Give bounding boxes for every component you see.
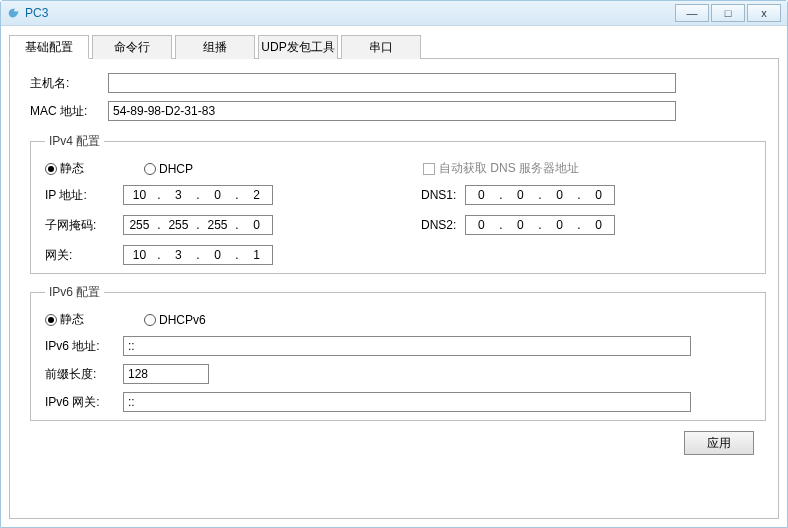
tab-basic-config[interactable]: 基础配置: [9, 35, 89, 59]
window-controls: — □ x: [673, 4, 781, 22]
hostname-label: 主机名:: [30, 75, 108, 92]
ipv6-static-radio[interactable]: 静态: [45, 311, 84, 328]
title-bar: PC3 — □ x: [1, 1, 787, 26]
ipv4-static-label: 静态: [60, 160, 84, 177]
ipv6-dhcp-radio[interactable]: DHCPv6: [144, 313, 206, 327]
window-title: PC3: [25, 6, 48, 20]
radio-icon: [144, 163, 156, 175]
tab-cli[interactable]: 命令行: [92, 35, 172, 59]
ipv6-address-input[interactable]: [123, 336, 691, 356]
ipv4-legend: IPv4 配置: [45, 133, 104, 150]
ipv6-gateway-input[interactable]: [123, 392, 691, 412]
tab-multicast[interactable]: 组播: [175, 35, 255, 59]
hostname-input[interactable]: [108, 73, 676, 93]
ipv6-static-label: 静态: [60, 311, 84, 328]
prefix-length-label: 前缀长度:: [45, 366, 123, 383]
dns1-label: DNS1:: [421, 188, 465, 202]
ip-address-input[interactable]: 10. 3. 0. 2: [123, 185, 273, 205]
client-area: 基础配置 命令行 组播 UDP发包工具 串口 主机名: MAC 地址: IPv4…: [1, 26, 787, 527]
close-button[interactable]: x: [747, 4, 781, 22]
tab-udp-tool[interactable]: UDP发包工具: [258, 35, 338, 59]
tab-content: 主机名: MAC 地址: IPv4 配置 静态 DHCP: [9, 59, 779, 519]
dns2-label: DNS2:: [421, 218, 465, 232]
auto-dns-label: 自动获取 DNS 服务器地址: [439, 160, 579, 177]
dns1-input[interactable]: 0. 0. 0. 0: [465, 185, 615, 205]
ipv4-dhcp-radio[interactable]: DHCP: [144, 162, 193, 176]
ipv6-address-label: IPv6 地址:: [45, 338, 123, 355]
gateway-label: 网关:: [45, 247, 123, 264]
tab-serial[interactable]: 串口: [341, 35, 421, 59]
mac-label: MAC 地址:: [30, 103, 108, 120]
subnet-mask-input[interactable]: 255. 255. 255. 0: [123, 215, 273, 235]
ipv4-static-radio[interactable]: 静态: [45, 160, 84, 177]
ipv6-fieldset: IPv6 配置 静态 DHCPv6 IPv6 地址: 前缀长: [30, 284, 766, 421]
minimize-button[interactable]: —: [675, 4, 709, 22]
tab-strip: 基础配置 命令行 组播 UDP发包工具 串口: [9, 34, 779, 59]
radio-icon: [144, 314, 156, 326]
ip-address-label: IP 地址:: [45, 187, 123, 204]
ipv6-legend: IPv6 配置: [45, 284, 104, 301]
radio-icon: [45, 314, 57, 326]
mac-input[interactable]: [108, 101, 676, 121]
app-icon: [7, 6, 21, 20]
ipv6-dhcp-label: DHCPv6: [159, 313, 206, 327]
dns2-input[interactable]: 0. 0. 0. 0: [465, 215, 615, 235]
subnet-mask-label: 子网掩码:: [45, 217, 123, 234]
apply-button[interactable]: 应用: [684, 431, 754, 455]
maximize-button[interactable]: □: [711, 4, 745, 22]
prefix-length-input[interactable]: [123, 364, 209, 384]
gateway-input[interactable]: 10. 3. 0. 1: [123, 245, 273, 265]
auto-dns-checkbox[interactable]: 自动获取 DNS 服务器地址: [423, 160, 579, 177]
checkbox-icon: [423, 163, 435, 175]
ipv4-dhcp-label: DHCP: [159, 162, 193, 176]
ipv4-fieldset: IPv4 配置 静态 DHCP 自动获取 DNS 服务器地址: [30, 133, 766, 274]
radio-icon: [45, 163, 57, 175]
ipv6-gateway-label: IPv6 网关:: [45, 394, 123, 411]
